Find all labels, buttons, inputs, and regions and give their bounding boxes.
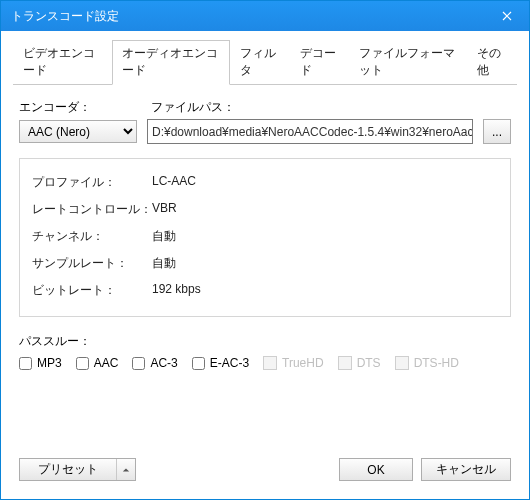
tab-decode[interactable]: デコード bbox=[290, 40, 349, 85]
passthrough-mp3-checkbox[interactable] bbox=[19, 357, 32, 370]
passthrough-ac3-checkbox[interactable] bbox=[132, 357, 145, 370]
close-icon bbox=[502, 11, 512, 21]
passthrough-aac-label: AAC bbox=[94, 356, 119, 370]
encoder-label: エンコーダ： bbox=[19, 99, 151, 116]
cancel-button[interactable]: キャンセル bbox=[421, 458, 511, 481]
passthrough-dts: DTS bbox=[338, 356, 381, 370]
encoder-select[interactable]: AAC (Nero) bbox=[19, 120, 137, 143]
bitrate-label: ビットレート： bbox=[32, 282, 152, 299]
passthrough-eac3[interactable]: E-AC-3 bbox=[192, 356, 249, 370]
passthrough-dts-label: DTS bbox=[357, 356, 381, 370]
passthrough-ac3[interactable]: AC-3 bbox=[132, 356, 177, 370]
passthrough-mp3-label: MP3 bbox=[37, 356, 62, 370]
tab-video-encode[interactable]: ビデオエンコード bbox=[13, 40, 112, 85]
channel-label: チャンネル： bbox=[32, 228, 152, 245]
passthrough-truehd: TrueHD bbox=[263, 356, 324, 370]
preset-button-label: プリセット bbox=[20, 461, 116, 478]
tab-strip: ビデオエンコード オーディオエンコード フィルタ デコード ファイルフォーマット… bbox=[13, 39, 517, 85]
tab-file-format[interactable]: ファイルフォーマット bbox=[349, 40, 467, 85]
passthrough-label: パススルー： bbox=[19, 333, 511, 350]
passthrough-mp3[interactable]: MP3 bbox=[19, 356, 62, 370]
passthrough-eac3-label: E-AC-3 bbox=[210, 356, 249, 370]
passthrough-dtshd-label: DTS-HD bbox=[414, 356, 459, 370]
close-button[interactable] bbox=[485, 1, 529, 31]
bitrate-value: 192 kbps bbox=[152, 282, 201, 299]
dialog-window: トランスコード設定 ビデオエンコード オーディオエンコード フィルタ デコード … bbox=[0, 0, 530, 500]
filepath-label: ファイルパス： bbox=[151, 99, 235, 116]
passthrough-aac[interactable]: AAC bbox=[76, 356, 119, 370]
button-row: プリセット OK キャンセル bbox=[19, 458, 511, 481]
channel-value: 自動 bbox=[152, 228, 176, 245]
passthrough-dtshd-checkbox bbox=[395, 356, 409, 370]
client-area: ビデオエンコード オーディオエンコード フィルタ デコード ファイルフォーマット… bbox=[1, 31, 529, 499]
ok-button[interactable]: OK bbox=[339, 458, 413, 481]
encoder-properties-group: プロファイル：LC-AAC レートコントロール：VBR チャンネル：自動 サンプ… bbox=[19, 158, 511, 317]
passthrough-truehd-label: TrueHD bbox=[282, 356, 324, 370]
profile-value: LC-AAC bbox=[152, 174, 196, 191]
passthrough-dts-checkbox bbox=[338, 356, 352, 370]
preset-button-arrow[interactable] bbox=[116, 459, 135, 480]
samplerate-value: 自動 bbox=[152, 255, 176, 272]
passthrough-checks: MP3 AAC AC-3 E-AC-3 TrueHD DTS DTS-HD bbox=[19, 356, 511, 370]
ratecontrol-value: VBR bbox=[152, 201, 177, 218]
title-bar: トランスコード設定 bbox=[1, 1, 529, 31]
preset-button[interactable]: プリセット bbox=[19, 458, 136, 481]
passthrough-truehd-checkbox bbox=[263, 356, 277, 370]
tab-filter[interactable]: フィルタ bbox=[230, 40, 289, 85]
passthrough-aac-checkbox[interactable] bbox=[76, 357, 89, 370]
tab-pane-audio-encode: エンコーダ： ファイルパス： AAC (Nero) D:¥download¥me… bbox=[13, 85, 517, 487]
samplerate-label: サンプルレート： bbox=[32, 255, 152, 272]
tab-audio-encode[interactable]: オーディオエンコード bbox=[112, 40, 230, 85]
filepath-input[interactable]: D:¥download¥media¥NeroAACCodec-1.5.4¥win… bbox=[147, 119, 473, 144]
chevron-up-icon bbox=[122, 466, 130, 474]
passthrough-ac3-label: AC-3 bbox=[150, 356, 177, 370]
ratecontrol-label: レートコントロール： bbox=[32, 201, 152, 218]
profile-label: プロファイル： bbox=[32, 174, 152, 191]
passthrough-eac3-checkbox[interactable] bbox=[192, 357, 205, 370]
window-title: トランスコード設定 bbox=[11, 8, 485, 25]
tab-other[interactable]: その他 bbox=[467, 40, 517, 85]
passthrough-dtshd: DTS-HD bbox=[395, 356, 459, 370]
browse-button[interactable]: ... bbox=[483, 119, 511, 144]
